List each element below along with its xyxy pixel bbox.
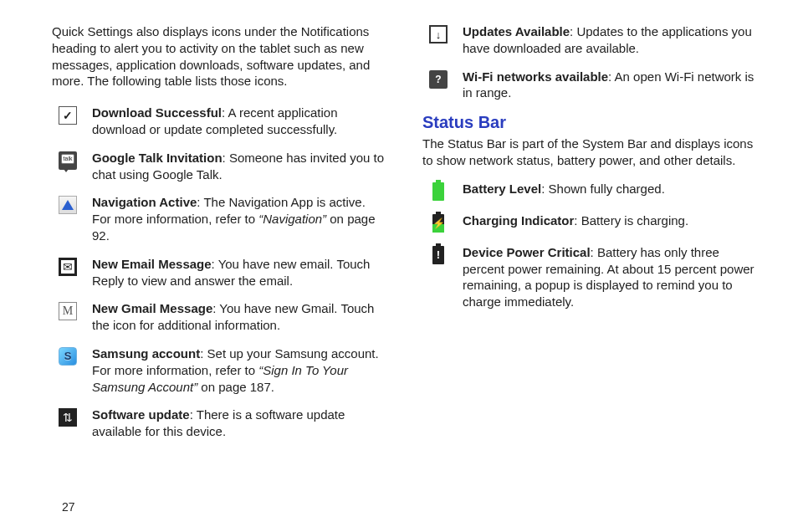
term: Wi-Fi networks available: [463, 69, 608, 84]
download-successful-icon: [59, 106, 77, 125]
status-bar-intro: The Status Bar is part of the System Bar…: [422, 136, 756, 169]
samsung-account-icon: [59, 347, 77, 366]
list-item: New Gmail Message: You have new Gmail. T…: [52, 300, 386, 334]
updates-available-icon: [429, 25, 448, 43]
list-item: Google Talk Invitation: Someone has invi…: [52, 150, 386, 183]
term: Software update: [92, 407, 190, 422]
term: New Gmail Message: [92, 301, 212, 315]
reference: “Navigation”: [258, 212, 326, 226]
list-item: Device Power Critical: Battery has only …: [422, 244, 756, 310]
list-item: Battery Level: Shown fully charged.: [422, 181, 756, 201]
page-number: 27: [62, 500, 75, 514]
page-ref: on page 187.: [197, 380, 274, 394]
list-item: Navigation Active: The Navigation App is…: [52, 194, 386, 243]
term: New Email Message: [92, 257, 212, 271]
battery-full-icon: [432, 182, 444, 201]
term: Navigation Active: [92, 195, 197, 209]
term: Google Talk Invitation: [92, 151, 223, 165]
battery-critical-icon: [432, 246, 444, 264]
term: Updates Available: [463, 24, 570, 38]
status-bar-heading: Status Bar: [422, 113, 756, 132]
email-icon: [59, 258, 77, 276]
term: Download Successful: [92, 105, 222, 120]
list-item: Software update: There is a software upd…: [52, 407, 386, 440]
left-column: Quick Settings also displays icons under…: [52, 23, 386, 524]
battery-charging-icon: ⚡: [432, 214, 444, 233]
list-item: ⚡ Charging Indicator: Battery is chargin…: [422, 212, 756, 233]
navigation-icon: [59, 196, 77, 214]
term: Battery Level: [463, 182, 541, 196]
gmail-icon: [59, 302, 77, 320]
manual-page: Quick Settings also displays icons under…: [0, 0, 798, 532]
term: Samsung account: [92, 346, 200, 361]
list-item: Updates Available: Updates to the applic…: [422, 23, 756, 57]
definition: : Shown fully charged.: [541, 182, 665, 196]
definition: : Battery is charging.: [574, 213, 688, 228]
list-item: New Email Message: You have new email. T…: [52, 256, 386, 289]
list-item: Download Successful: A recent applicatio…: [52, 105, 386, 138]
google-talk-icon: [59, 151, 77, 170]
list-item: Wi-Fi networks available: An open Wi-Fi …: [422, 69, 756, 102]
term: Device Power Critical: [463, 245, 591, 259]
software-update-icon: [59, 408, 77, 427]
notifications-intro: Quick Settings also displays icons under…: [52, 23, 386, 90]
wifi-available-icon: [429, 70, 448, 89]
right-column: Updates Available: Updates to the applic…: [422, 23, 756, 524]
list-item: Samsung account: Set up your Samsung acc…: [52, 345, 386, 395]
term: Charging Indicator: [463, 213, 574, 228]
